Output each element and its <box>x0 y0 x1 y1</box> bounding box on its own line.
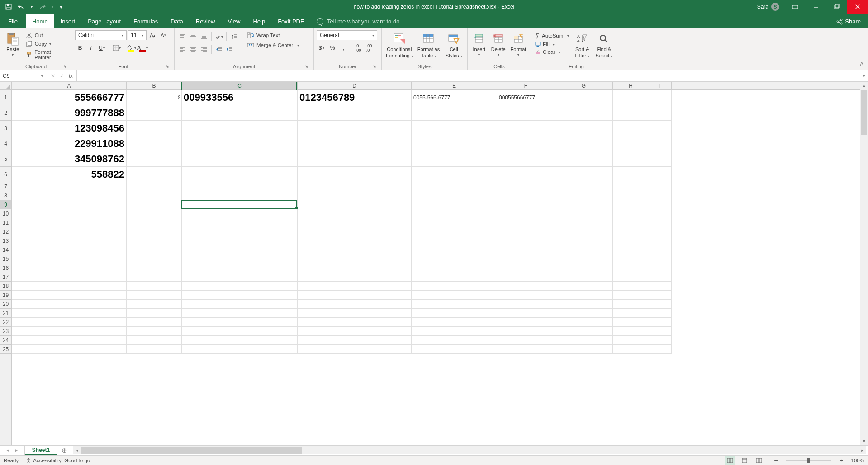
cell-H6[interactable] <box>613 167 649 182</box>
cell-D6[interactable] <box>298 167 412 182</box>
cell-E7[interactable] <box>412 182 497 191</box>
cell-I15[interactable] <box>649 254 672 263</box>
cell-D5[interactable] <box>298 151 412 167</box>
cell-B6[interactable] <box>127 167 182 182</box>
align-bottom-icon[interactable] <box>199 32 209 42</box>
row-header-11[interactable]: 11 <box>0 218 11 227</box>
cell-I7[interactable] <box>649 182 672 191</box>
cell-I8[interactable] <box>649 191 672 200</box>
cell-C13[interactable] <box>182 236 298 245</box>
format-as-table-button[interactable]: Format asTable ▾ <box>416 30 441 58</box>
cell-D7[interactable] <box>298 182 412 191</box>
row-header-6[interactable]: 6 <box>0 167 11 182</box>
bold-button[interactable]: B <box>75 43 85 53</box>
cell-C11[interactable] <box>182 218 298 227</box>
cell-F4[interactable] <box>497 136 555 151</box>
cell-B14[interactable] <box>127 245 182 254</box>
tab-view[interactable]: View <box>221 14 247 28</box>
cell-F22[interactable] <box>497 318 555 327</box>
cell-G15[interactable] <box>555 254 613 263</box>
cell-A10[interactable] <box>12 209 127 218</box>
cell-H22[interactable] <box>613 318 649 327</box>
col-header-D[interactable]: D <box>298 82 412 89</box>
cell-I25[interactable] <box>649 345 672 354</box>
cell-A8[interactable] <box>12 191 127 200</box>
cell-G22[interactable] <box>555 318 613 327</box>
cell-H10[interactable] <box>613 209 649 218</box>
cell-C15[interactable] <box>182 254 298 263</box>
cell-G8[interactable] <box>555 191 613 200</box>
cell-F25[interactable] <box>497 345 555 354</box>
cell-G14[interactable] <box>555 245 613 254</box>
tab-home[interactable]: Home <box>26 14 54 28</box>
minimize-button[interactable] <box>806 0 826 14</box>
cell-B8[interactable] <box>127 191 182 200</box>
cell-C19[interactable] <box>182 291 298 300</box>
delete-cells-button[interactable]: Delete▾ <box>489 30 507 57</box>
wrap-text-button[interactable]: abWrap Text <box>246 32 300 39</box>
conditional-formatting-button[interactable]: ConditionalFormatting ▾ <box>384 30 414 58</box>
cell-E23[interactable] <box>412 327 497 336</box>
cell-C10[interactable] <box>182 209 298 218</box>
cell-D9[interactable] <box>298 200 412 209</box>
cell-H2[interactable] <box>613 105 649 121</box>
qat-customize-icon[interactable]: ▼ <box>59 3 63 11</box>
cell-C17[interactable] <box>182 272 298 282</box>
decrease-font-icon[interactable]: A▾ <box>158 30 168 40</box>
cell-G12[interactable] <box>555 227 613 236</box>
cell-F7[interactable] <box>497 182 555 191</box>
tab-insert[interactable]: Insert <box>54 14 82 28</box>
cell-B3[interactable] <box>127 121 182 136</box>
cell-F12[interactable] <box>497 227 555 236</box>
cell-G9[interactable] <box>555 200 613 209</box>
cell-styles-button[interactable]: CellStyles ▾ <box>443 30 465 58</box>
cell-I3[interactable] <box>649 121 672 136</box>
cell-G11[interactable] <box>555 218 613 227</box>
cell-G24[interactable] <box>555 336 613 345</box>
cell-H14[interactable] <box>613 245 649 254</box>
cell-G23[interactable] <box>555 327 613 336</box>
cell-F19[interactable] <box>497 291 555 300</box>
cell-H12[interactable] <box>613 227 649 236</box>
cell-G4[interactable] <box>555 136 613 151</box>
row-header-24[interactable]: 24 <box>0 336 11 345</box>
cell-G19[interactable] <box>555 291 613 300</box>
cell-E22[interactable] <box>412 318 497 327</box>
select-all-corner[interactable] <box>0 82 12 90</box>
cell-A21[interactable] <box>12 309 127 318</box>
cell-B4[interactable] <box>127 136 182 151</box>
cell-E14[interactable] <box>412 245 497 254</box>
cell-F20[interactable] <box>497 300 555 309</box>
cell-G2[interactable] <box>555 105 613 121</box>
cell-F11[interactable] <box>497 218 555 227</box>
cell-B25[interactable] <box>127 345 182 354</box>
cell-G1[interactable] <box>555 90 613 105</box>
cell-D19[interactable] <box>298 291 412 300</box>
normal-view-icon[interactable] <box>725 456 735 465</box>
cell-C12[interactable] <box>182 227 298 236</box>
cell-E15[interactable] <box>412 254 497 263</box>
row-header-16[interactable]: 16 <box>0 263 11 272</box>
cell-A22[interactable] <box>12 318 127 327</box>
cell-B17[interactable] <box>127 272 182 282</box>
sheet-nav[interactable]: ◄► <box>0 446 25 455</box>
row-header-13[interactable]: 13 <box>0 236 11 245</box>
row-header-5[interactable]: 5 <box>0 151 11 167</box>
cell-H15[interactable] <box>613 254 649 263</box>
save-icon[interactable] <box>5 3 13 11</box>
cell-H9[interactable] <box>613 200 649 209</box>
cell-A15[interactable] <box>12 254 127 263</box>
cell-H23[interactable] <box>613 327 649 336</box>
cell-D11[interactable] <box>298 218 412 227</box>
align-center-icon[interactable] <box>188 44 198 54</box>
name-box[interactable]: C9▼ <box>0 70 47 81</box>
row-header-22[interactable]: 22 <box>0 318 11 327</box>
cell-A16[interactable] <box>12 263 127 272</box>
close-button[interactable] <box>847 0 868 14</box>
user-account[interactable]: Sara S <box>752 3 785 11</box>
underline-button[interactable]: U▾ <box>97 43 107 53</box>
row-header-23[interactable]: 23 <box>0 327 11 336</box>
fill-button[interactable]: Fill▾ <box>534 41 570 47</box>
row-header-19[interactable]: 19 <box>0 291 11 300</box>
cell-F15[interactable] <box>497 254 555 263</box>
